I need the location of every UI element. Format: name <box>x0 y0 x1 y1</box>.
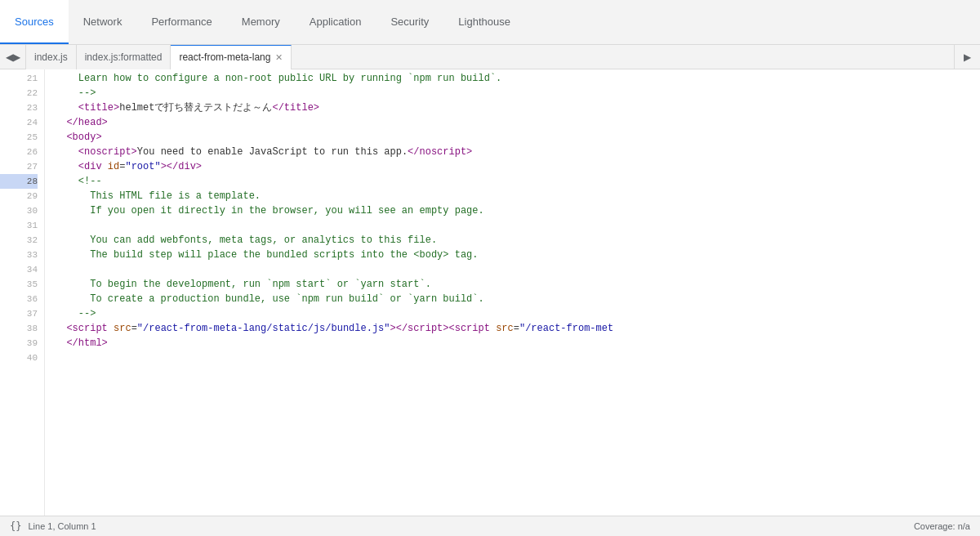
file-tab-index-js-formatted[interactable]: index.js:formatted <box>77 45 172 69</box>
file-tab-react-label: react-from-meta-lang <box>179 51 270 63</box>
code-line: <body> <box>55 130 980 145</box>
code-line: <title>helmetで打ち替えテストだよ～ん</title> <box>55 100 980 115</box>
code-line: <script src="/react-from-meta-lang/stati… <box>55 321 980 336</box>
code-line: <noscript>You need to enable JavaScript … <box>55 145 980 159</box>
tab-security-label: Security <box>390 16 429 28</box>
code-line: Learn how to configure a non-root public… <box>55 71 980 86</box>
tab-performance-label: Performance <box>151 16 212 28</box>
file-tab-index-js[interactable]: index.js <box>26 45 77 69</box>
code-line: --> <box>55 306 980 321</box>
tab-performance[interactable]: Performance <box>136 0 226 44</box>
coverage-info: Coverage: n/a <box>914 521 970 531</box>
tab-application-label: Application <box>310 16 362 28</box>
tab-security[interactable]: Security <box>376 0 443 44</box>
code-line: To begin the development, run `npm start… <box>55 277 980 292</box>
code-line: --> <box>55 86 980 100</box>
file-tab-react-from-meta-lang[interactable]: react-from-meta-lang ✕ <box>171 45 292 69</box>
code-line <box>55 218 980 233</box>
code-editor: 2122232425262728293031323334353637383940… <box>0 69 980 516</box>
file-tabs-bar: ◀▶ index.js index.js:formatted react-fro… <box>0 45 980 69</box>
code-line: <!-- <box>55 174 980 189</box>
tab-application[interactable]: Application <box>295 0 376 44</box>
code-line: This HTML file is a template. <box>55 189 980 203</box>
tab-network-label: Network <box>83 16 122 28</box>
tab-sources-label: Sources <box>15 16 54 28</box>
tab-network[interactable]: Network <box>69 0 137 44</box>
line-numbers: 2122232425262728293031323334353637383940 <box>0 69 45 516</box>
code-line: The build step will place the bundled sc… <box>55 248 980 262</box>
tab-lighthouse-label: Lighthouse <box>458 16 510 28</box>
tab-sources[interactable]: Sources <box>0 0 69 44</box>
status-bar: {} Line 1, Column 1 Coverage: n/a <box>0 516 980 536</box>
code-line <box>55 262 980 277</box>
file-tab-index-js-label: index.js <box>34 51 68 63</box>
cursor-position: Line 1, Column 1 <box>28 521 96 531</box>
nav-right-icon: ▶ <box>964 51 971 63</box>
top-nav: Sources Network Performance Memory Appli… <box>0 0 980 45</box>
file-tabs-nav-right[interactable]: ▶ <box>954 45 980 69</box>
tab-memory-label: Memory <box>242 16 280 28</box>
coverage-label: Coverage: n/a <box>914 521 970 531</box>
panel-toggle-button[interactable]: ◀▶ <box>0 45 26 69</box>
code-line: </head> <box>55 115 980 130</box>
code-line <box>55 351 980 365</box>
code-line: </html> <box>55 336 980 351</box>
code-line: <div id="root"></div> <box>55 159 980 174</box>
code-content[interactable]: Learn how to configure a non-root public… <box>45 69 980 516</box>
code-line: To create a production bundle, use `npm … <box>55 292 980 306</box>
file-tab-index-js-formatted-label: index.js:formatted <box>85 51 163 63</box>
status-left: {} Line 1, Column 1 <box>10 520 96 532</box>
file-tab-close-button[interactable]: ✕ <box>275 52 283 63</box>
format-braces[interactable]: {} <box>10 520 21 532</box>
tab-lighthouse[interactable]: Lighthouse <box>443 0 525 44</box>
tab-memory[interactable]: Memory <box>227 0 295 44</box>
code-line: You can add webfonts, meta tags, or anal… <box>55 233 980 248</box>
toggle-icon: ◀▶ <box>6 51 20 63</box>
code-line: If you open it directly in the browser, … <box>55 203 980 218</box>
